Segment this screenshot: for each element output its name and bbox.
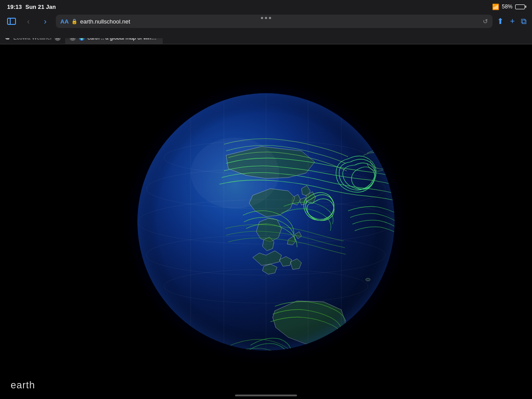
status-bar: 19:13 Sun 21 Jan 📶 58% <box>0 0 532 13</box>
earth-label: earth <box>11 379 35 391</box>
tabs-button[interactable]: ⧉ <box>521 17 527 26</box>
globe-svg <box>137 93 395 351</box>
dot-2 <box>265 17 267 19</box>
globe[interactable] <box>137 93 395 351</box>
battery-icon <box>515 4 525 9</box>
dot-1 <box>261 17 263 19</box>
home-indicator[interactable] <box>235 395 297 396</box>
svg-point-16 <box>191 138 279 209</box>
url-bar[interactable]: AA 🔒 earth.nullschool.net ↺ <box>56 15 493 28</box>
wifi-icon: 📶 <box>492 4 499 10</box>
battery-percent: 58% <box>502 4 512 10</box>
date: Sun 21 Jan <box>25 4 56 10</box>
back-button[interactable]: ‹ <box>22 15 35 28</box>
dots-menu <box>261 13 271 19</box>
svg-point-3 <box>377 287 381 290</box>
lock-icon: 🔒 <box>71 19 78 24</box>
status-bar-left: 19:13 Sun 21 Jan <box>7 4 56 10</box>
sidebar-button[interactable] <box>5 15 18 28</box>
dot-3 <box>269 17 271 19</box>
aa-label[interactable]: AA <box>60 18 69 25</box>
status-bar-right: 📶 58% <box>492 4 525 10</box>
reload-button[interactable]: ↺ <box>483 18 488 25</box>
svg-point-15 <box>137 93 395 351</box>
toolbar-right: ⬆ + ⧉ <box>497 16 527 26</box>
url-text: earth.nullschool.net <box>80 18 130 25</box>
sidebar-icon <box>7 18 16 25</box>
new-tab-button[interactable]: + <box>510 17 515 26</box>
time: 19:13 <box>7 4 22 10</box>
share-button[interactable]: ⬆ <box>497 16 504 26</box>
forward-button[interactable]: › <box>39 15 51 28</box>
globe-container[interactable] <box>137 93 395 351</box>
main-content <box>0 44 532 399</box>
svg-point-4 <box>370 298 375 301</box>
